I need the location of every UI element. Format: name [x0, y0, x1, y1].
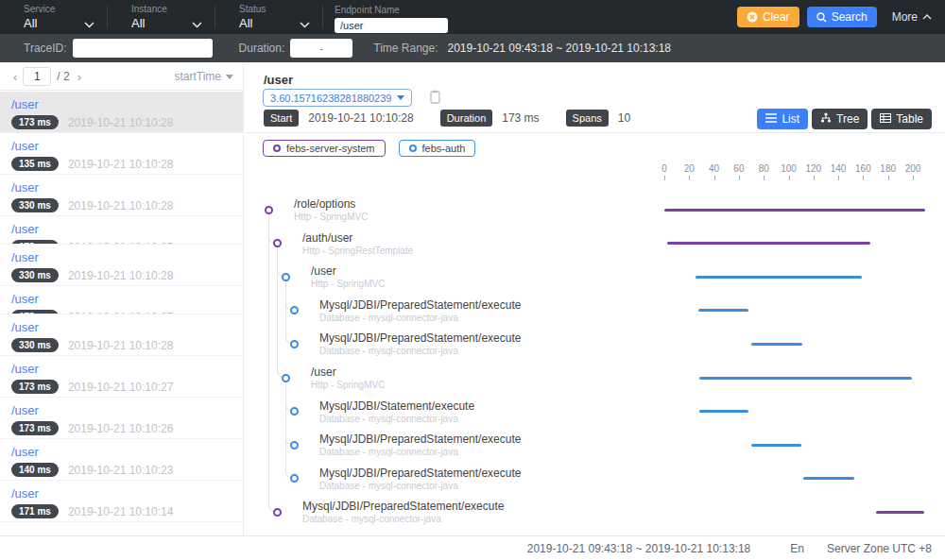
trace-endpoint-link[interactable]: /user [11, 485, 232, 501]
clear-button[interactable]: Clear [737, 7, 799, 27]
trace-endpoint-link[interactable]: /user [11, 179, 232, 195]
span-gantt-chart: 020406080100120140160180200/role/options… [245, 158, 945, 535]
trace-endpoint-link[interactable]: /user [11, 249, 232, 265]
span-name[interactable]: /role/options [294, 197, 355, 211]
trace-endpoint-link[interactable]: /user [11, 402, 232, 418]
axis-tick-label: 40 [709, 163, 719, 174]
span-duration-bar[interactable] [751, 444, 801, 447]
filter-value: All [239, 16, 252, 31]
service-tag-febs-server-system[interactable]: febs-server-system [263, 140, 386, 157]
trace-item-meta: 171 ms2019-10-21 10:10:14 [11, 504, 232, 518]
axis-tick-mark [913, 176, 914, 180]
start-time: 2019-10-21 10:10:28 [68, 269, 173, 282]
trace-list-item[interactable]: /user330 ms2019-10-21 10:10:28 [0, 314, 243, 356]
start-time: 2019-10-21 10:10:27 [68, 381, 173, 394]
endpoint-input[interactable] [335, 18, 448, 33]
span-name[interactable]: /user [311, 365, 336, 379]
service-tag-febs-auth[interactable]: febs-auth [399, 140, 476, 157]
tree-connector [277, 247, 285, 378]
trace-endpoint-link[interactable]: /user [11, 361, 232, 377]
trace-list-item[interactable]: /user173 ms2019-10-21 10:10:26 [0, 398, 243, 439]
duration-badge: 171 ms [11, 504, 59, 518]
span-name[interactable]: Mysql/JDBI/PreparedStatement/execute [319, 298, 521, 312]
span-dot[interactable] [282, 374, 290, 382]
trace-list-item[interactable]: /user330 ms2019-10-21 10:10:28 [0, 245, 243, 286]
span-dot[interactable] [273, 239, 282, 247]
span-dot[interactable] [273, 508, 282, 517]
span-name[interactable]: /auth/user [302, 231, 352, 245]
trace-list-item[interactable]: /user140 ms2019-10-21 10:10:23 [0, 439, 243, 481]
prev-page-button[interactable]: ‹ [9, 70, 21, 84]
axis-tick-mark [814, 176, 815, 180]
trace-list-item[interactable]: /user173 ms2019-10-21 10:10:27 [0, 356, 243, 398]
filter-service[interactable]: ServiceAll [0, 0, 108, 34]
trace-endpoint-link[interactable]: /user [11, 319, 232, 335]
span-dot[interactable] [290, 306, 299, 314]
trace-list-item[interactable]: /user135 ms2019-10-21 10:10:28 [0, 133, 243, 175]
filter-status[interactable]: StatusAll [215, 0, 323, 34]
filter-label: Service [24, 4, 94, 15]
more-button[interactable]: More [886, 7, 937, 27]
search-button[interactable]: Search [807, 7, 877, 27]
search-icon [816, 12, 827, 23]
duration-badge: 330 ms [11, 338, 59, 352]
span-dot[interactable] [282, 273, 290, 281]
trace-endpoint-link[interactable]: /user [11, 291, 232, 307]
trace-endpoint-link[interactable]: /user [11, 96, 232, 112]
table-view-button[interactable]: Table [871, 109, 932, 129]
span-duration-bar[interactable] [699, 377, 912, 380]
clear-icon [747, 11, 758, 23]
filter-instance[interactable]: InstanceAll [108, 0, 215, 34]
trace-list-item[interactable]: /user173 ms2019-10-21 10:10:28 [0, 92, 243, 133]
span-name[interactable]: Mysql/JDBI/PreparedStatement/execute [302, 500, 504, 513]
span-duration-bar[interactable] [696, 276, 862, 279]
trace-list-item[interactable]: /user173 ms2019-10-21 10:10:27 [0, 286, 243, 314]
trace-endpoint-link[interactable]: /user [11, 221, 232, 237]
duration-badge: 330 ms [11, 198, 59, 212]
trace-endpoint-link[interactable]: /user [11, 444, 232, 460]
trace-list-item[interactable]: /user173 ms2019-10-21 10:10:27 [0, 216, 243, 245]
span-duration-bar[interactable] [667, 242, 871, 245]
span-duration-bar[interactable] [698, 309, 749, 312]
span-dot[interactable] [265, 206, 273, 214]
span-dot[interactable] [290, 441, 299, 450]
span-name[interactable]: Mysql/JDBI/PreparedStatement/execute [319, 467, 521, 480]
duration-input[interactable] [290, 39, 352, 58]
span-dot[interactable] [290, 340, 299, 348]
language-toggle[interactable]: En [790, 542, 804, 555]
span-dot[interactable] [290, 474, 299, 483]
list-view-button[interactable]: List [757, 109, 808, 129]
start-time: 2019-10-21 10:10:28 [68, 116, 173, 129]
span-duration-bar[interactable] [664, 209, 925, 212]
span-name[interactable]: Mysql/JDBI/PreparedStatement/execute [319, 433, 521, 446]
trace-list-item[interactable]: /user171 ms2019-10-21 10:10:14 [0, 481, 243, 522]
endpoint-group: Endpoint Name [323, 1, 448, 33]
span-name[interactable]: /user [311, 264, 336, 278]
tree-view-button[interactable]: Tree [812, 109, 868, 129]
trace-item-meta: 135 ms2019-10-21 10:10:28 [11, 157, 232, 171]
span-name[interactable]: Mysql/JDBI/Statement/execute [319, 399, 474, 413]
duration-badge: 173 ms [11, 421, 59, 435]
span-detail: Http - SpringRestTemplate [302, 246, 413, 256]
trace-item-meta: 330 ms2019-10-21 10:10:28 [11, 198, 232, 212]
trace-id-select[interactable]: 3.60.15716238281880239 [263, 89, 412, 107]
next-page-button[interactable]: › [74, 70, 85, 84]
span-duration-bar[interactable] [751, 343, 802, 346]
span-duration-bar[interactable] [876, 511, 924, 514]
span-dot[interactable] [290, 407, 299, 416]
server-zone[interactable]: Server Zone UTC +8 [827, 542, 932, 555]
chevron-up-icon [922, 14, 932, 20]
start-badge: Start [264, 110, 299, 127]
span-detail: Http - SpringMVC [311, 279, 385, 289]
copy-icon[interactable] [430, 90, 441, 108]
start-time: 2019-10-21 10:10:28 [68, 199, 173, 212]
traceid-input[interactable] [73, 39, 213, 58]
page-input[interactable] [23, 67, 51, 86]
span-name[interactable]: Mysql/JDBI/PreparedStatement/execute [319, 331, 521, 345]
sort-control[interactable]: startTime [174, 70, 233, 83]
trace-endpoint-link[interactable]: /user [11, 138, 232, 154]
span-duration-bar[interactable] [699, 410, 749, 413]
axis-tick-mark [863, 176, 864, 180]
span-duration-bar[interactable] [803, 477, 854, 480]
trace-list-item[interactable]: /user330 ms2019-10-21 10:10:28 [0, 175, 243, 216]
